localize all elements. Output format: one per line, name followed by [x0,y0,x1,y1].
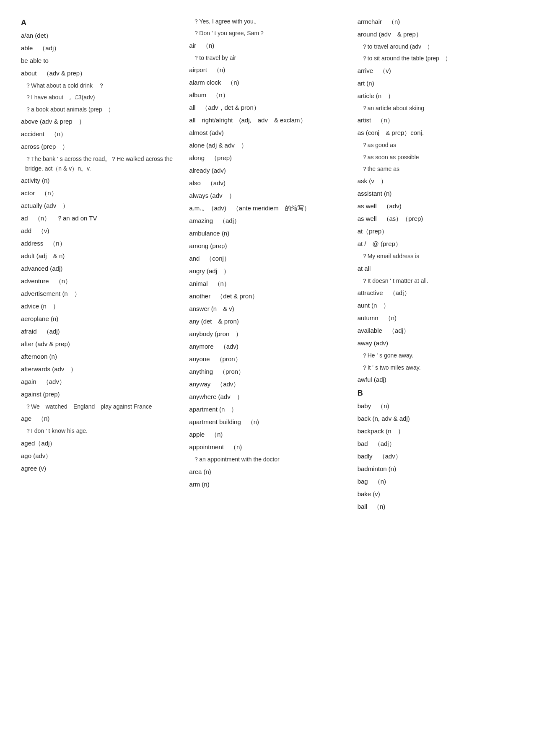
word-entry: as well （as）（prep) [358,214,513,224]
word-entry: anymore （adv) [189,342,345,352]
column-1: Aa/an (det）able （adj）be able toabout （ad… [21,17,176,476]
example-entry: ？I have about 。£3(adv) [25,93,176,102]
example-entry: ？What about a cold drink ？ [25,81,176,90]
word-entry: another （det & pron） [189,291,345,301]
example-entry: ？My email address is [362,251,513,261]
word-entry: amazing （adj） [189,216,345,226]
word-entry: art (n) [358,78,513,88]
word-entry: bag （n) [358,476,513,487]
word-entry: appointment （n) [189,442,345,452]
word-entry: almost (adv) [189,128,345,138]
word-entry: advertisement (n ） [21,289,176,299]
word-entry: actor （n） [21,188,176,198]
word-entry: apartment building （n) [189,417,345,427]
word-entry: apartment (n ） [189,404,345,414]
word-entry: a.m.。（adv) （ante meridiem 的缩写） [189,203,345,213]
word-entry: bake (v) [358,489,513,499]
word-entry: artist （n） [358,115,513,125]
word-entry: around (adv & prep） [358,29,513,39]
word-entry: address （n） [21,238,176,249]
word-entry: advanced (adj) [21,264,176,274]
word-entry: ago (adv） [21,451,176,461]
word-entry: anyway （adv） [189,379,345,389]
example-entry: ？It doesn ' t matter at all. [362,276,513,285]
section-letter: A [21,18,176,27]
word-entry: airport （n) [189,65,345,75]
word-entry: back (n, adv & adj) [358,414,513,424]
column-3: armchair （n)around (adv & prep）？to trave… [358,17,513,514]
example-entry: ？to travel by air [193,53,345,62]
word-entry: bad （adj） [358,439,513,449]
word-entry: assistant (n) [358,189,513,199]
word-entry: able （adj） [21,43,176,53]
main-page: Aa/an (det）able （adj）be able toabout （ad… [21,17,513,514]
word-entry: air （n) [189,41,345,51]
word-entry: badly （adv） [358,451,513,461]
word-entry: alarm clock （n) [189,78,345,88]
word-entry: backpack (n ） [358,426,513,436]
word-entry: also （adv) [189,178,345,188]
example-entry: ？He ' s gone away. [362,351,513,360]
word-entry: a/an (det） [21,31,176,41]
example-entry: ？It ' s two miles away. [362,363,513,372]
word-entry: ask (v ） [358,176,513,186]
word-entry: adult (adj & n) [21,251,176,261]
word-entry: anyone （pron） [189,354,345,364]
word-entry: always (adv ） [189,191,345,201]
word-entry: after (adv & prep) [21,339,176,349]
word-entry: article (n ） [358,91,513,101]
word-entry: ball （n) [358,502,513,512]
example-entry: ？Yes, I agree with you。 [193,17,345,26]
word-entry: any (det & pron) [189,316,345,326]
word-entry: age （n) [21,414,176,424]
word-entry: afraid （adj) [21,326,176,337]
word-entry: advice (n ） [21,301,176,311]
word-entry: ad （n） ？an ad on TV [21,213,176,223]
section-letter: B [358,389,513,398]
example-entry: ？an appointment with the doctor [193,455,345,464]
word-entry: about （adv & prep） [21,68,176,78]
word-entry: ambulance (n) [189,228,345,238]
word-entry: again （adv） [21,377,176,387]
word-entry: badminton (n) [358,464,513,474]
example-entry: ？the same as [362,164,513,173]
example-entry: ？an article about skiing [362,104,513,113]
word-entry: above (adv & prep ） [21,117,176,127]
word-entry: accident （n） [21,129,176,139]
word-entry: album （n） [189,90,345,100]
word-entry: arm (n) [189,479,345,489]
word-entry: at all [358,264,513,274]
word-entry: against (prep) [21,389,176,399]
word-entry: agree (v) [21,463,176,474]
example-entry: ？I don ' t know his age. [25,426,176,435]
word-entry: available （adj） [358,326,513,336]
example-entry: ？to travel around (adv ） [362,42,513,51]
word-entry: area (n) [189,467,345,477]
word-entry: actually (adv ） [21,201,176,211]
word-entry: afterwards (adv ） [21,364,176,374]
word-entry: arrive （v) [358,66,513,76]
word-entry: at（prep） [358,226,513,236]
word-entry: angry (adj ） [189,266,345,276]
word-entry: away (adv) [358,338,513,348]
column-2: ？Yes, I agree with you。？Don ' t you agre… [189,17,345,492]
example-entry: ？a book about animals (prep ） [25,105,176,114]
word-entry: apple （n) [189,430,345,440]
word-entry: armchair （n) [358,17,513,27]
word-entry: as well （adv) [358,201,513,211]
example-entry: ？to sit around the table (prep ） [362,54,513,63]
word-entry: aeroplane (n) [21,314,176,324]
word-entry: attractive （adj） [358,288,513,298]
word-entry: all right/alright (adj, adv & exclam） [189,115,345,125]
word-entry: as (conj & prep）conj. [358,128,513,138]
word-entry: alone (adj & adv ） [189,140,345,150]
word-entry: awful (adj) [358,375,513,385]
word-entry: all （adv，det & pron） [189,103,345,113]
word-entry: across (prep ） [21,142,176,152]
word-entry: animal （n） [189,279,345,289]
word-entry: among (prep) [189,241,345,251]
word-entry: add （v) [21,226,176,236]
word-entry: aunt (n ） [358,300,513,311]
word-entry: already (adv) [189,166,345,176]
example-entry: ？as good as [362,140,513,150]
